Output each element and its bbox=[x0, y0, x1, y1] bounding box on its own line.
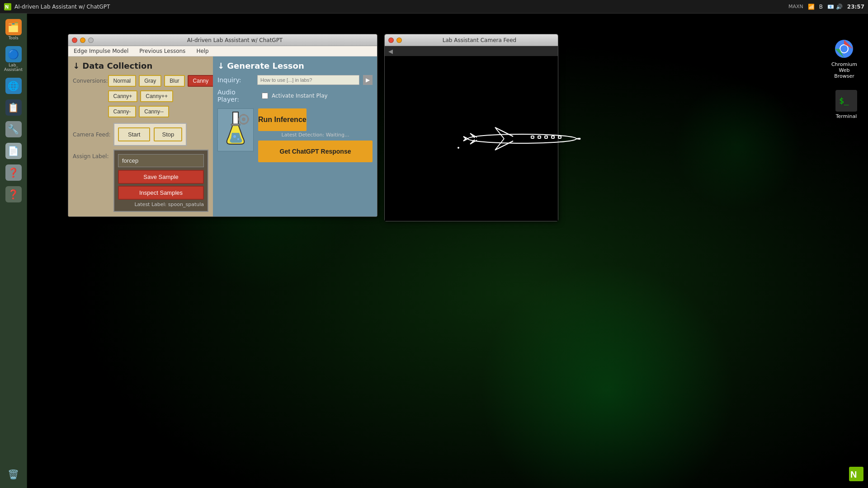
lesson-main: Run Inference Latest Detection: Waiting.… bbox=[217, 108, 373, 162]
taskbar-maxn: MAXN bbox=[788, 4, 803, 9]
taskbar-app-title: AI-driven Lab Assistant w/ ChatGPT bbox=[14, 4, 110, 10]
svg-point-20 bbox=[840, 45, 848, 52]
chromium-label: Chromium Web Browser bbox=[831, 61, 857, 79]
maximize-button[interactable] bbox=[88, 38, 94, 43]
camera-window-title: Lab Assistant Camera Feed bbox=[405, 37, 554, 43]
camera-feed-label: Camera Feed: bbox=[73, 131, 113, 138]
conversion-buttons: Normal Gray Blur Canny Canny+ Canny++ Ca… bbox=[108, 75, 214, 119]
menu-help[interactable]: Help bbox=[194, 47, 210, 55]
close-button[interactable] bbox=[72, 38, 77, 43]
svg-rect-16 bbox=[552, 136, 554, 138]
data-collection-panel: ↓ Data Collection Conversions: Normal Gr… bbox=[68, 56, 213, 216]
inquiry-input[interactable] bbox=[257, 75, 359, 85]
svg-rect-14 bbox=[538, 136, 541, 138]
sidebar-item-browser[interactable]: 🌐 bbox=[2, 76, 25, 96]
filemanager-icon: 📄 bbox=[5, 143, 22, 159]
sidebar-item-tools[interactable]: 🗂️ Tools bbox=[2, 17, 25, 42]
menu-previous-lessons[interactable]: Previous Lessons bbox=[137, 47, 187, 55]
assign-label-row: Assign Label: Save Sample Inspect Sample… bbox=[73, 150, 208, 212]
svg-rect-15 bbox=[545, 136, 547, 138]
camera-feed-row: Camera Feed: Start Stop bbox=[73, 123, 208, 146]
btn-canny-minus[interactable]: Canny- bbox=[108, 106, 137, 117]
nvidia-badge: N bbox=[849, 467, 863, 483]
svg-point-3 bbox=[233, 135, 236, 138]
nvidia-taskbar-icon: N bbox=[4, 3, 12, 11]
desktop-icon-chromium[interactable]: Chromium Web Browser bbox=[830, 36, 859, 81]
conversions-label: Conversions: bbox=[73, 75, 108, 84]
settings-icon: 🔧 bbox=[5, 121, 22, 137]
inquiry-label: Inquiry: bbox=[217, 76, 254, 84]
lab-titlebar: AI-driven Lab Assistant w/ ChatGPT bbox=[68, 34, 377, 46]
camera-toolbar: ◀ bbox=[385, 46, 558, 56]
btn-run-inference[interactable]: Run Inference bbox=[258, 108, 307, 131]
window-body: ↓ Data Collection Conversions: Normal Gr… bbox=[68, 56, 377, 216]
assign-section: Save Sample Inspect Samples Latest Label… bbox=[113, 150, 208, 212]
svg-rect-13 bbox=[531, 136, 534, 138]
bluetooth-icon: B bbox=[819, 4, 823, 10]
btn-canny-plusplus[interactable]: Canny++ bbox=[140, 90, 173, 102]
generate-lesson-title: ↓ Generate Lesson bbox=[217, 61, 373, 70]
camera-close-button[interactable] bbox=[388, 38, 394, 43]
files-icon: 📋 bbox=[5, 99, 22, 116]
instant-play-checkbox[interactable] bbox=[262, 93, 268, 99]
menu-edge-impulse[interactable]: Edge Impulse Model bbox=[72, 47, 130, 55]
svg-rect-8 bbox=[242, 114, 245, 116]
svg-rect-2 bbox=[233, 112, 238, 125]
inference-section: Run Inference Latest Detection: Waiting.… bbox=[258, 108, 373, 138]
btn-canny[interactable]: Canny bbox=[188, 75, 214, 87]
camera-back-arrow[interactable]: ◀ bbox=[388, 48, 393, 55]
sidebar-item-lab-assistant[interactable]: 🔵 Lab_ Assistant bbox=[2, 44, 25, 74]
sidebar-item-help[interactable]: ❓ bbox=[2, 163, 25, 183]
svg-point-4 bbox=[237, 138, 239, 140]
conv-row-1: Normal Gray Blur Canny bbox=[108, 75, 214, 87]
svg-rect-5 bbox=[231, 124, 240, 126]
svg-rect-11 bbox=[247, 118, 249, 121]
sidebar-item-help2[interactable]: ❓ bbox=[2, 184, 25, 204]
svg-text:$_: $_ bbox=[839, 96, 849, 105]
svg-point-7 bbox=[242, 117, 245, 121]
svg-rect-17 bbox=[558, 136, 561, 138]
camera-titlebar: Lab Assistant Camera Feed bbox=[385, 34, 558, 46]
sidebar-item-settings[interactable]: 🔧 bbox=[2, 119, 25, 139]
label-input[interactable] bbox=[118, 154, 204, 167]
camera-minimize-button[interactable] bbox=[396, 38, 402, 43]
btn-canny-plus[interactable]: Canny+ bbox=[108, 90, 138, 102]
data-collection-title-text: ↓ Data Collection bbox=[73, 61, 152, 70]
airplane-display bbox=[459, 121, 585, 157]
conversions-section: Conversions: Normal Gray Blur Canny Cann… bbox=[73, 75, 208, 119]
desktop-icon-terminal[interactable]: $_ Terminal bbox=[834, 88, 859, 121]
menubar: Edge Impulse Model Previous Lessons Help bbox=[68, 46, 377, 56]
inquiry-submit-button[interactable]: ▶ bbox=[363, 75, 373, 85]
btn-blur[interactable]: Blur bbox=[164, 75, 184, 87]
btn-stop[interactable]: Stop bbox=[154, 127, 182, 141]
tray-icons: 📧 🔊 bbox=[827, 4, 843, 10]
tools-icon: 🗂️ bbox=[5, 19, 22, 35]
trash-icon: 🗑️ bbox=[5, 466, 22, 483]
btn-gray[interactable]: Gray bbox=[139, 75, 161, 87]
camera-body bbox=[385, 56, 558, 221]
instant-play-label: Activate Instant Play bbox=[272, 93, 328, 99]
btn-get-chatgpt[interactable]: Get ChatGPT Response bbox=[258, 141, 373, 162]
taskbar: N AI-driven Lab Assistant w/ ChatGPT MAX… bbox=[0, 0, 868, 14]
camera-window: Lab Assistant Camera Feed ◀ bbox=[384, 34, 558, 221]
audio-row: Audio Player: Activate Instant Play bbox=[217, 89, 373, 103]
sidebar-item-files[interactable]: 📋 bbox=[2, 98, 25, 117]
btn-start[interactable]: Start bbox=[118, 127, 150, 141]
conv-row-2: Canny+ Canny++ bbox=[108, 90, 214, 102]
sidebar-item-filemanager[interactable]: 📄 bbox=[2, 141, 25, 161]
btn-normal[interactable]: Normal bbox=[108, 75, 137, 87]
btn-save-sample[interactable]: Save Sample bbox=[118, 170, 204, 184]
camera-cursor-dot bbox=[458, 147, 459, 149]
sidebar-item-trash[interactable]: 🗑️ bbox=[2, 465, 25, 484]
lesson-buttons: Run Inference Latest Detection: Waiting.… bbox=[258, 108, 373, 162]
inference-status: Latest Detection: Waiting... bbox=[258, 132, 373, 138]
inquiry-row: Inquiry: ▶ bbox=[217, 75, 373, 85]
lab-icon-box bbox=[217, 108, 254, 151]
btn-inspect-samples[interactable]: Inspect Samples bbox=[118, 186, 204, 200]
browser-icon: 🌐 bbox=[5, 78, 22, 94]
btn-canny-minusminus[interactable]: Canny-- bbox=[139, 106, 169, 117]
svg-rect-10 bbox=[238, 118, 240, 121]
audio-label: Audio Player: bbox=[217, 89, 258, 103]
minimize-button[interactable] bbox=[80, 38, 85, 43]
sidebar-tools-label: Tools bbox=[8, 36, 18, 41]
